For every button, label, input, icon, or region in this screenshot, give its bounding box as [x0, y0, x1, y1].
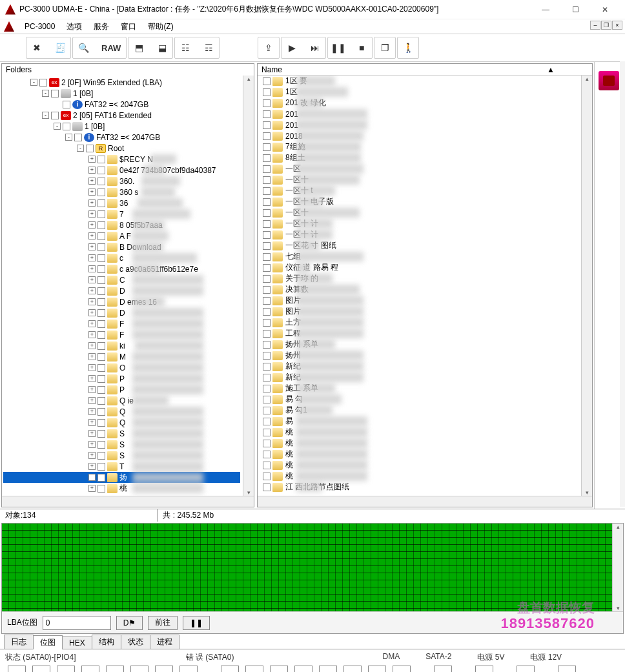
expand-toggle[interactable]: +	[88, 156, 96, 163]
tree-node[interactable]: -1 [0B]	[3, 88, 240, 99]
expand-toggle[interactable]: +	[88, 320, 96, 327]
tab-进程[interactable]: 进程	[150, 635, 179, 649]
expand-toggle[interactable]: +	[88, 298, 96, 305]
expand-toggle[interactable]: -	[77, 145, 84, 152]
flow-icon-1[interactable]: ☷	[178, 40, 193, 56]
tree-checkbox[interactable]	[97, 167, 105, 174]
file-row[interactable]: 易 勾1	[258, 405, 581, 416]
maximize-button[interactable]: ☐	[560, 0, 590, 19]
sector-map[interactable]	[2, 524, 612, 611]
file-checkbox[interactable]	[263, 187, 271, 195]
expand-toggle[interactable]: +	[88, 342, 96, 349]
tree-node[interactable]: +桃	[3, 483, 240, 494]
tree-checkbox[interactable]	[97, 188, 105, 196]
expand-toggle[interactable]: +	[88, 309, 96, 316]
file-checkbox[interactable]	[263, 220, 271, 228]
file-checkbox[interactable]	[263, 264, 271, 272]
mdi-close-button[interactable]: ×	[612, 21, 622, 30]
tab-结构[interactable]: 结构	[92, 635, 121, 649]
tree-node[interactable]: -iFAT32 =< 2047GB	[3, 132, 240, 143]
file-checkbox[interactable]	[263, 451, 271, 458]
file-row[interactable]: 扬州 系单	[258, 339, 581, 350]
tree-node[interactable]: +扬	[3, 472, 240, 483]
expand-toggle[interactable]: +	[88, 430, 96, 437]
tree-checkbox[interactable]	[97, 265, 105, 273]
tree-checkbox[interactable]	[63, 123, 70, 130]
expand-toggle[interactable]: +	[88, 375, 96, 382]
file-checkbox[interactable]	[263, 440, 271, 447]
expand-toggle[interactable]: +	[88, 386, 96, 393]
file-checkbox[interactable]	[263, 275, 271, 283]
file-checkbox[interactable]	[263, 88, 271, 96]
file-checkbox[interactable]	[263, 143, 271, 151]
file-checkbox[interactable]	[263, 121, 271, 129]
tree-checkbox[interactable]	[97, 364, 105, 372]
file-row[interactable]: 一区十	[258, 174, 581, 185]
tree-node[interactable]: +Q	[3, 417, 240, 428]
mdi-minimize-button[interactable]: –	[590, 21, 600, 30]
expand-toggle[interactable]: +	[88, 287, 96, 294]
tree-checkbox[interactable]	[97, 199, 105, 207]
expand-toggle[interactable]: +	[88, 397, 96, 404]
report-icon[interactable]: 🧾	[52, 40, 68, 56]
file-row[interactable]: 图片	[258, 306, 581, 317]
tree-node[interactable]: +A F	[3, 230, 240, 241]
file-checkbox[interactable]	[263, 132, 271, 140]
file-row[interactable]: 桃	[258, 460, 581, 471]
tree-node[interactable]: +F	[3, 329, 240, 340]
tree-checkbox[interactable]	[63, 101, 70, 108]
tree-node[interactable]: +360.	[3, 176, 240, 187]
folder-tree[interactable]: -ex2 [0F] Win95 Extended (LBA)-1 [0B]iFA…	[2, 76, 243, 496]
file-checkbox[interactable]	[263, 231, 271, 239]
database-icon[interactable]	[599, 71, 619, 90]
copy-icon[interactable]: ❐	[377, 40, 393, 56]
tree-checkbox[interactable]	[97, 474, 105, 482]
tree-node[interactable]: +Q ie	[3, 395, 240, 406]
file-row[interactable]: 一区花 寸 图纸	[258, 240, 581, 251]
db-icon-1[interactable]: ⬒	[131, 40, 147, 56]
menu-options[interactable]: 选项	[61, 20, 87, 34]
file-checkbox[interactable]	[263, 363, 271, 371]
expand-toggle[interactable]: +	[88, 463, 96, 470]
file-checkbox[interactable]	[263, 297, 271, 305]
tree-checkbox[interactable]	[97, 178, 105, 185]
tree-node[interactable]: +D	[3, 285, 240, 296]
tab-日志[interactable]: 日志	[4, 635, 34, 649]
expand-toggle[interactable]: +	[88, 441, 96, 448]
tree-checkbox[interactable]	[97, 210, 105, 218]
expand-toggle[interactable]: +	[88, 331, 96, 338]
tree-checkbox[interactable]	[97, 232, 105, 240]
tree-checkbox[interactable]	[74, 134, 82, 141]
tree-checkbox[interactable]	[97, 419, 105, 427]
expand-toggle[interactable]: +	[88, 474, 96, 481]
file-row[interactable]: 一区	[258, 163, 581, 174]
tree-checkbox[interactable]	[97, 331, 105, 339]
file-row[interactable]: 8组土	[258, 152, 581, 163]
play-icon[interactable]: ▶	[284, 40, 300, 56]
file-row[interactable]: 关于珎 的	[258, 273, 581, 284]
tree-checkbox[interactable]	[97, 485, 105, 493]
expand-toggle[interactable]: +	[88, 210, 96, 218]
expand-toggle[interactable]: +	[88, 232, 96, 239]
file-checkbox[interactable]	[263, 99, 271, 107]
tree-checkbox[interactable]	[97, 243, 105, 251]
expand-toggle[interactable]: +	[88, 408, 96, 415]
file-row[interactable]: 1区	[258, 87, 581, 97]
sector-scrollbar[interactable]	[612, 524, 623, 611]
tree-checkbox[interactable]	[97, 221, 105, 229]
tree-checkbox[interactable]	[97, 452, 105, 460]
tree-node[interactable]: +ki	[3, 340, 240, 351]
file-checkbox[interactable]	[263, 154, 271, 162]
export-icon[interactable]: ⇪	[261, 40, 276, 56]
file-checkbox[interactable]	[263, 77, 271, 85]
pause-icon[interactable]: ❚❚	[331, 40, 346, 56]
tree-checkbox[interactable]	[97, 298, 105, 306]
expand-toggle[interactable]: +	[88, 485, 96, 492]
tree-node[interactable]: +M	[3, 351, 240, 362]
tree-node[interactable]: +0e42f 734b807cbf9da40387	[3, 165, 240, 176]
tree-node[interactable]: -ex2 [0F] Win95 Extended (LBA)	[3, 77, 240, 88]
file-checkbox[interactable]	[263, 484, 271, 491]
file-row[interactable]: 图片	[258, 295, 581, 306]
expand-toggle[interactable]: -	[42, 112, 49, 119]
tree-checkbox[interactable]	[97, 463, 105, 471]
